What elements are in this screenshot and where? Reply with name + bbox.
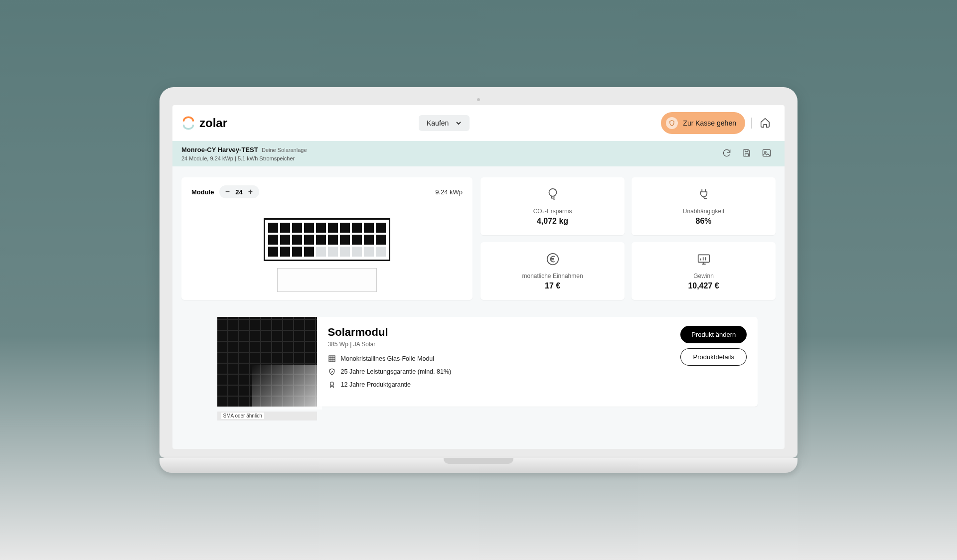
checkout-label: Zur Kasse gehen (683, 119, 736, 127)
stat-card-co2: CO₂-Ersparnis 4,072 kg (480, 177, 625, 235)
panel-cell (364, 235, 374, 245)
project-title: Monroe-CY Harvey-TEST (181, 146, 258, 153)
image-button[interactable] (761, 147, 773, 160)
euro-icon (545, 252, 560, 267)
stat-co2-value: 4,072 kg (537, 217, 568, 226)
panel-illustration (191, 218, 463, 292)
product-details-button[interactable]: Produktdetails (680, 348, 747, 366)
panel-cell (328, 223, 338, 233)
product-feature-3: 12 Jahre Produktgarantie (341, 381, 411, 388)
module-plus-button[interactable]: + (246, 187, 255, 196)
module-config-card: Module − 24 + 9.24 kWp (181, 177, 473, 300)
brand-logo: zolar (181, 116, 227, 130)
panel-cell (352, 235, 362, 245)
panel-cell (328, 235, 338, 245)
panel-cell (376, 235, 386, 245)
chart-icon (696, 252, 711, 267)
product-feature-row: 25 Jahre Leistungsgarantie (mind. 81%) (328, 368, 670, 376)
svg-point-3 (547, 254, 558, 265)
stat-card-profit: Gewinn 10,427 € (632, 242, 776, 300)
product-feature-row: 12 Jahre Produktgarantie (328, 381, 670, 389)
stat-co2-label: CO₂-Ersparnis (533, 208, 572, 215)
panel-cell (376, 223, 386, 233)
stat-card-independence: Unabhängigkeit 86% (632, 177, 776, 235)
panel-cell (292, 223, 302, 233)
svg-rect-4 (698, 255, 709, 262)
panel-cell (376, 247, 386, 257)
refresh-button[interactable] (721, 147, 733, 160)
stat-income-value: 17 € (545, 281, 560, 290)
shield-icon (666, 117, 678, 129)
panel-cell (280, 247, 290, 257)
stat-independence-label: Unabhängigkeit (683, 208, 724, 215)
stat-independence-value: 86% (696, 217, 712, 226)
cutoff-label: SMA oder ähnlich (221, 413, 264, 419)
product-feature-2: 25 Jahre Leistungsgarantie (mind. 81%) (341, 368, 452, 375)
panel-cell (268, 235, 278, 245)
brand-name: zolar (199, 116, 227, 130)
module-minus-button[interactable]: − (223, 187, 232, 196)
nav-dropdown-kaufen[interactable]: Kaufen (419, 115, 470, 131)
zolar-logo-icon (181, 116, 195, 130)
panel-cell (364, 247, 374, 257)
panel-grid (264, 218, 390, 261)
module-count: 24 (234, 188, 244, 196)
panel-cell (304, 247, 314, 257)
panel-cell (292, 235, 302, 245)
grid-icon (328, 355, 336, 363)
module-stepper: − 24 + (219, 185, 259, 198)
project-info-strip: Monroe-CY Harvey-TEST Deine Solaranlage … (172, 141, 785, 166)
panel-cell (340, 223, 350, 233)
module-kwp: 9.24 kWp (435, 188, 463, 196)
shield-check-icon (328, 368, 336, 376)
product-feature-row: Monokristallines Glas-Folie Modul (328, 355, 670, 363)
project-spec-line: 24 Module, 9.24 kWp | 5.1 kWh Stromspeic… (181, 155, 307, 161)
checkout-button[interactable]: Zur Kasse gehen (661, 112, 745, 134)
award-icon (328, 381, 336, 389)
svg-point-1 (765, 151, 766, 153)
panel-cell (280, 223, 290, 233)
stat-card-income: monatliche Einnahmen 17 € (480, 242, 625, 300)
panel-cell (352, 247, 362, 257)
panel-cell (316, 235, 326, 245)
svg-point-6 (330, 382, 333, 386)
next-product-cutoff: SMA oder ähnlich (217, 412, 317, 420)
product-feature-1: Monokristallines Glas-Folie Modul (341, 355, 435, 362)
divider (751, 118, 752, 129)
main-content: Module − 24 + 9.24 kWp (172, 166, 785, 449)
panel-cell (340, 247, 350, 257)
topbar: zolar Kaufen Zur Kasse gehen (172, 105, 785, 141)
panel-cell (268, 223, 278, 233)
nav-dropdown-label: Kaufen (427, 119, 449, 127)
stat-profit-label: Gewinn (693, 273, 714, 280)
save-icon (742, 148, 752, 158)
chevron-down-icon (456, 120, 462, 126)
panel-cell (316, 223, 326, 233)
product-change-button[interactable]: Produkt ändern (680, 326, 747, 343)
panel-cell (364, 223, 374, 233)
panel-cell (328, 247, 338, 257)
svg-point-2 (549, 189, 556, 196)
product-card-solarmodul: Solarmodul 385 Wp | JA Solar Monokristal… (217, 317, 758, 407)
stat-income-label: monatliche Einnahmen (522, 273, 583, 280)
panel-cell (292, 247, 302, 257)
save-button[interactable] (741, 147, 753, 160)
image-icon (762, 148, 772, 158)
panel-cell (340, 235, 350, 245)
module-label: Module (191, 188, 214, 196)
svg-rect-5 (329, 356, 335, 362)
inverter-box-placeholder (277, 268, 377, 292)
panel-cell (304, 223, 314, 233)
stats-grid: CO₂-Ersparnis 4,072 kg Unabhängigkeit 86… (480, 177, 776, 300)
home-button[interactable] (758, 115, 773, 132)
product-subtitle: 385 Wp | JA Solar (328, 341, 670, 348)
panel-cell (316, 247, 326, 257)
leaf-bulb-icon (545, 187, 560, 202)
home-icon (760, 117, 771, 128)
panel-cell (268, 247, 278, 257)
topbar-right: Zur Kasse gehen (661, 112, 773, 134)
panel-cell (280, 235, 290, 245)
refresh-icon (722, 148, 732, 158)
stat-profit-value: 10,427 € (688, 281, 719, 290)
panel-cell (352, 223, 362, 233)
